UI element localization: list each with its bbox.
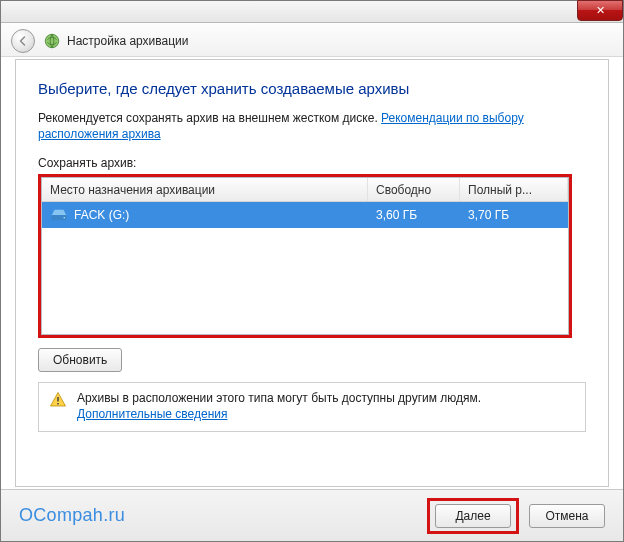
footer: OCompah.ru Далее Отмена — [1, 489, 623, 541]
recommendation-prefix: Рекомендуется сохранять архив на внешнем… — [38, 111, 381, 125]
drive-table: Место назначения архивации Свободно Полн… — [41, 177, 569, 335]
header: Настройка архивации — [1, 23, 623, 57]
dialog-window: ✕ Настройка архивации Выберите, где след… — [0, 0, 624, 542]
cell-drive-name: FACK (G:) — [74, 208, 129, 222]
drive-icon — [50, 208, 68, 222]
watermark: OCompah.ru — [19, 505, 125, 526]
table-highlight: Место назначения архивации Свободно Полн… — [38, 174, 572, 338]
close-icon: ✕ — [596, 4, 605, 16]
next-button[interactable]: Далее — [435, 504, 511, 528]
recommendation-text: Рекомендуется сохранять архив на внешнем… — [38, 111, 586, 142]
cell-total: 3,70 ГБ — [460, 208, 568, 222]
page-heading: Выберите, где следует хранить создаваемы… — [38, 80, 586, 97]
footer-buttons: Далее Отмена — [427, 498, 605, 534]
warning-icon — [49, 391, 67, 421]
next-highlight: Далее — [427, 498, 519, 534]
svg-point-0 — [45, 34, 59, 48]
cancel-button[interactable]: Отмена — [529, 504, 605, 528]
arrow-left-icon — [17, 35, 29, 47]
col-free[interactable]: Свободно — [368, 178, 460, 201]
backup-icon — [43, 32, 61, 50]
header-title: Настройка архивации — [67, 34, 189, 48]
content-area: Выберите, где следует хранить создаваемы… — [15, 59, 609, 487]
table-header: Место назначения архивации Свободно Полн… — [42, 178, 568, 202]
col-total[interactable]: Полный р... — [460, 178, 568, 201]
col-destination[interactable]: Место назначения архивации — [42, 178, 368, 201]
table-row[interactable]: FACK (G:) 3,60 ГБ 3,70 ГБ — [42, 202, 568, 228]
warning-link[interactable]: Дополнительные сведения — [77, 407, 227, 421]
svg-rect-4 — [57, 403, 59, 405]
warning-panel: Архивы в расположении этого типа могут б… — [38, 382, 586, 432]
cell-free: 3,60 ГБ — [368, 208, 460, 222]
save-location-label: Сохранять архив: — [38, 156, 586, 170]
back-button[interactable] — [11, 29, 35, 53]
refresh-button[interactable]: Обновить — [38, 348, 122, 372]
titlebar: ✕ — [1, 1, 623, 23]
svg-rect-3 — [57, 397, 59, 402]
close-button[interactable]: ✕ — [577, 0, 623, 21]
warning-body: Архивы в расположении этого типа могут б… — [77, 391, 481, 421]
svg-point-2 — [64, 217, 66, 219]
warning-text: Архивы в расположении этого типа могут б… — [77, 391, 481, 405]
cell-drive: FACK (G:) — [42, 208, 368, 222]
